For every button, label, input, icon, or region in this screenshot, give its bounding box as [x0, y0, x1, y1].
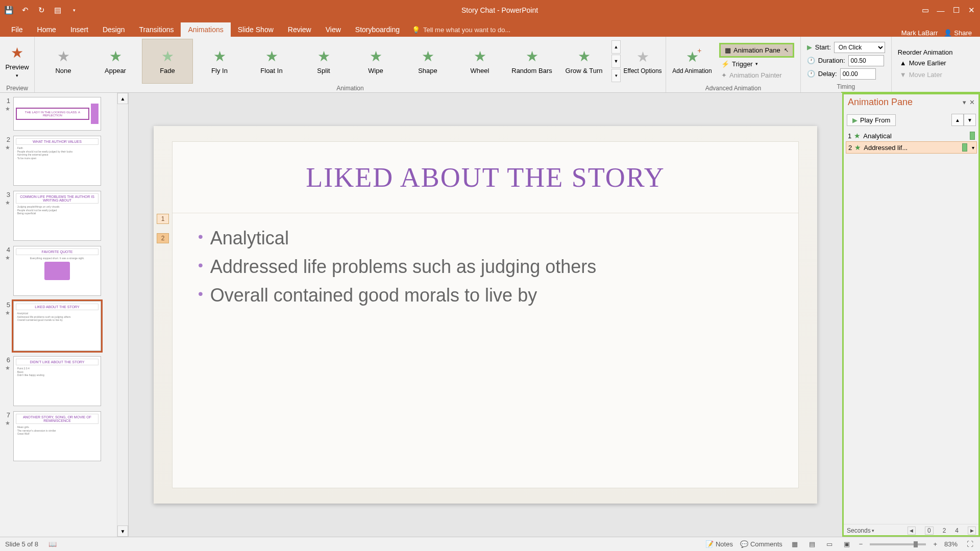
timeline-right-button[interactable]: ▶ — [968, 527, 976, 535]
move-earlier-button[interactable]: ▲Move Earlier — [898, 58, 953, 68]
pane-options-icon[interactable]: ▾ — [963, 98, 966, 106]
tab-transitions[interactable]: Transitions — [132, 22, 181, 37]
bullet-icon: • — [198, 228, 203, 246]
tab-storyboarding[interactable]: Storyboarding — [348, 22, 407, 37]
slide[interactable]: 1 2 LIKED ABOUT THE STORY •Analytical •A… — [154, 126, 817, 504]
arrow-up-icon: ▲ — [900, 59, 906, 67]
anim-flyin[interactable]: ★Fly In — [194, 39, 245, 84]
anim-gallery-down[interactable]: ▼ — [611, 55, 621, 68]
anim-floatin[interactable]: ★Float In — [246, 39, 297, 84]
normal-view-icon[interactable]: ▦ — [790, 539, 800, 549]
thumb-6[interactable]: 6★ DIDN'T LIKE ABOUT THE STORY· Point 2.… — [3, 356, 125, 406]
clock-icon: 🕐 — [807, 70, 815, 78]
slide-title[interactable]: LIKED ABOUT THE STORY — [173, 142, 798, 213]
preview-button[interactable]: ★ Preview ▾ — [3, 39, 31, 84]
tab-home[interactable]: Home — [30, 22, 63, 37]
anim-wheel[interactable]: ★Wheel — [454, 39, 505, 84]
anim-shape[interactable]: ★Shape — [402, 39, 453, 84]
tell-me-search[interactable]: 💡 Tell me what you want to do... — [407, 23, 516, 37]
anim-none[interactable]: ★None — [38, 39, 89, 84]
chevron-down-icon[interactable]: ▾ — [972, 145, 974, 151]
delay-label: Delay: — [818, 70, 837, 78]
spellcheck-icon[interactable]: 📖 — [48, 540, 57, 548]
undo-icon[interactable]: ↶ — [20, 6, 30, 15]
tab-animations[interactable]: Animations — [181, 22, 230, 37]
anim-gallery-up[interactable]: ▲ — [611, 40, 621, 54]
anim-randombars[interactable]: ★Random Bars — [506, 39, 557, 84]
zoom-out-button[interactable]: − — [859, 540, 863, 548]
tab-slideshow[interactable]: Slide Show — [231, 22, 281, 37]
minimize-icon[interactable]: — — [936, 6, 945, 15]
play-from-button[interactable]: ▶ Play From — [847, 114, 896, 126]
move-up-button[interactable]: ▲ — [951, 114, 964, 126]
thumb-1[interactable]: 1★ THE LADY IN THE LOOKING GLASS: A REFL… — [3, 97, 125, 131]
thumbnails-scrollbar[interactable]: ▲ ▼ — [117, 93, 128, 537]
delay-input[interactable] — [840, 68, 876, 80]
share-button[interactable]: 👤Share — [944, 29, 972, 37]
zoom-in-button[interactable]: + — [933, 540, 937, 548]
anim-indicator-icon: ★ — [5, 106, 10, 112]
duration-input[interactable] — [848, 55, 884, 66]
zoom-level[interactable]: 83% — [944, 540, 958, 548]
move-later-button[interactable]: ▼Move Later — [898, 70, 953, 80]
anim-growturn[interactable]: ★Grow & Turn — [558, 39, 609, 84]
anim-wipe[interactable]: ★Wipe — [350, 39, 401, 84]
start-select[interactable]: On Click — [834, 42, 885, 53]
animation-painter-button[interactable]: ✦ Animation Painter — [719, 70, 794, 80]
save-icon[interactable]: 💾 — [4, 6, 13, 15]
scroll-up-button[interactable]: ▲ — [117, 93, 128, 104]
sorter-view-icon[interactable]: ▤ — [807, 539, 817, 549]
timeline-left-button[interactable]: ◀ — [908, 527, 916, 535]
comments-button[interactable]: 💬Comments — [740, 540, 782, 548]
user-name[interactable]: Mark LaBarr — [901, 29, 938, 37]
title-bar: 💾 ↶ ↻ ▤ ▾ Story Chat - PowerPoint ▭ — ☐ … — [0, 0, 980, 20]
slideshow-view-icon[interactable]: ▣ — [842, 539, 852, 549]
redo-icon[interactable]: ↻ — [37, 6, 46, 15]
maximize-icon[interactable]: ☐ — [951, 6, 961, 15]
tab-insert[interactable]: Insert — [63, 22, 95, 37]
animation-pane-button[interactable]: ▦ Animation Pane ↖ — [719, 43, 794, 58]
tab-file[interactable]: File — [4, 22, 30, 37]
scroll-down-button[interactable]: ▼ — [117, 525, 128, 537]
anim-order-tag-1[interactable]: 1 — [157, 214, 169, 224]
cursor-icon: ↖ — [784, 47, 789, 54]
anim-indicator-icon: ★ — [5, 420, 10, 427]
play-icon: ▶ — [852, 116, 857, 124]
zoom-slider[interactable] — [870, 543, 926, 545]
thumb-2[interactable]: 2★ WHAT THE AUTHOR VALUES· Faith· People… — [3, 136, 125, 186]
workspace: 1★ THE LADY IN THE LOOKING GLASS: A REFL… — [0, 93, 980, 537]
anim-fade[interactable]: ★Fade — [142, 39, 193, 84]
tab-design[interactable]: Design — [95, 22, 132, 37]
star-icon: ★ — [636, 48, 649, 65]
chevron-down-icon[interactable]: ▾ — [872, 528, 874, 533]
tab-review[interactable]: Review — [281, 22, 318, 37]
move-down-button[interactable]: ▼ — [964, 114, 976, 126]
notes-button[interactable]: 📝Notes — [705, 540, 733, 548]
start-show-icon[interactable]: ▤ — [53, 6, 62, 15]
fit-to-window-icon[interactable]: ⛶ — [965, 539, 975, 549]
anim-split[interactable]: ★Split — [298, 39, 349, 84]
tab-view[interactable]: View — [318, 22, 348, 37]
qat-dropdown-icon[interactable]: ▾ — [69, 6, 79, 15]
star-icon: ★ — [161, 48, 174, 65]
seconds-label: Seconds — [847, 527, 871, 534]
ribbon-options-icon[interactable]: ▭ — [921, 6, 930, 15]
anim-order-tag-2[interactable]: 2 — [157, 233, 169, 243]
effect-options-button[interactable]: ★ Effect Options — [623, 39, 663, 84]
trigger-button[interactable]: ⚡ Trigger ▾ — [719, 59, 794, 69]
add-animation-button[interactable]: ★+ Add Animation — [669, 39, 715, 84]
close-icon[interactable]: ✕ — [967, 6, 976, 15]
anim-appear[interactable]: ★Appear — [90, 39, 141, 84]
pane-close-icon[interactable]: ✕ — [969, 98, 975, 106]
thumb-4[interactable]: 4★ FAVORITE QUOTEEverything stopped shor… — [3, 246, 125, 296]
clock-icon: 🕐 — [807, 57, 815, 64]
anim-gallery-more[interactable]: ▾ — [611, 69, 621, 82]
reading-view-icon[interactable]: ▭ — [824, 539, 835, 549]
thumb-3[interactable]: 3★ COMMON LIFE PROBLEMS THE AUTHOR IS WR… — [3, 191, 125, 241]
anim-list-item-1[interactable]: 1 ★ Analytical — [846, 130, 977, 141]
menu-bar: File Home Insert Design Transitions Anim… — [0, 20, 980, 37]
thumb-7[interactable]: 7★ ANOTHER STORY, SONG, OR MOVIE OF REMI… — [3, 411, 125, 461]
slide-body[interactable]: •Analytical •Addressed life problems suc… — [173, 213, 798, 328]
anim-list-item-2[interactable]: 2 ★ Addressed lif... ▾ — [846, 141, 977, 154]
thumb-5[interactable]: 5★ LIKED ABOUT THE STORY· Analytical· Ad… — [3, 301, 125, 351]
